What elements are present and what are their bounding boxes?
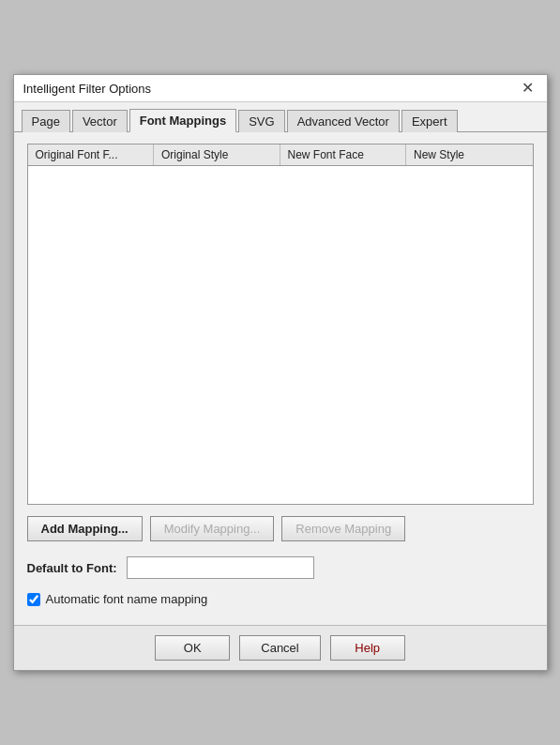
table-header: Original Font F... Original Style New Fo… <box>28 144 533 166</box>
auto-mapping-label[interactable]: Automatic font name mapping <box>46 592 208 606</box>
col-original-font-face: Original Font F... <box>28 144 155 165</box>
auto-mapping-checkbox[interactable] <box>27 593 40 606</box>
cancel-button[interactable]: Cancel <box>239 635 320 661</box>
auto-mapping-row: Automatic font name mapping <box>27 592 534 606</box>
mapping-buttons: Add Mapping... Modify Mapping... Remove … <box>27 516 534 541</box>
ok-button[interactable]: OK <box>155 635 230 661</box>
help-button[interactable]: Help <box>330 635 405 661</box>
tab-vector[interactable]: Vector <box>72 110 128 132</box>
close-button[interactable]: ✕ <box>518 81 537 96</box>
add-mapping-button[interactable]: Add Mapping... <box>27 516 143 541</box>
font-mappings-table: Original Font F... Original Style New Fo… <box>27 144 534 505</box>
tab-page[interactable]: Page <box>22 110 70 132</box>
remove-mapping-button[interactable]: Remove Mapping <box>281 516 405 541</box>
col-new-font-face: New Font Face <box>280 144 407 165</box>
table-body <box>28 166 533 504</box>
col-new-style: New Style <box>406 144 533 165</box>
tab-font-mappings[interactable]: Font Mappings <box>129 109 236 132</box>
dialog-title: Intelligent Filter Options <box>23 82 152 96</box>
title-bar: Intelligent Filter Options ✕ <box>14 75 547 102</box>
tab-advanced-vector[interactable]: Advanced Vector <box>287 110 400 132</box>
modify-mapping-button[interactable]: Modify Mapping... <box>150 516 275 541</box>
tab-svg[interactable]: SVG <box>238 110 284 132</box>
dialog-footer: OK Cancel Help <box>14 625 547 670</box>
default-font-label: Default to Font: <box>27 561 117 575</box>
tab-expert[interactable]: Expert <box>401 110 458 132</box>
default-font-input[interactable] <box>127 556 314 579</box>
content-area: Original Font F... Original Style New Fo… <box>14 132 547 625</box>
dialog-window: Intelligent Filter Options ✕ Page Vector… <box>13 74 548 671</box>
col-original-style: Original Style <box>154 144 280 165</box>
default-font-row: Default to Font: <box>27 556 534 579</box>
tab-strip: Page Vector Font Mappings SVG Advanced V… <box>14 102 547 132</box>
